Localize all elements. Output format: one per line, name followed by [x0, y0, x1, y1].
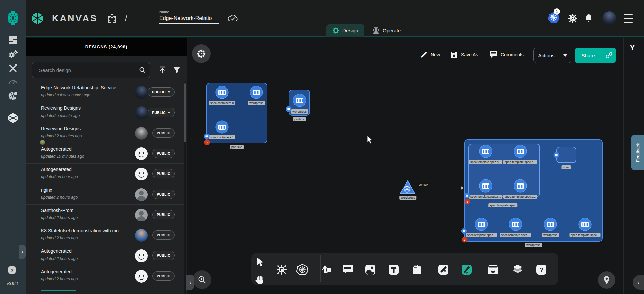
design-list-item[interactable]: Autogeneratedupdated 10 minutes agoPUBLI…: [26, 143, 184, 164]
tab-design[interactable]: Design: [326, 24, 364, 37]
error-count-badge[interactable]: 3: [462, 237, 468, 243]
text-tool-icon[interactable]: [385, 261, 402, 278]
node-spec[interactable]: [556, 147, 576, 163]
sidebar-item-dashboard[interactable]: [0, 33, 26, 47]
pod-status-badge[interactable]: [204, 134, 210, 139]
design-list-item[interactable]: Autogeneratedupdated 2 hours agoPUBLIC: [26, 266, 184, 286]
organization-icon[interactable]: [106, 0, 118, 37]
design-list-item[interactable]: Reviewing Designsupdated a minute agoPUB…: [26, 102, 184, 123]
panel-scrollbar[interactable]: [184, 82, 186, 294]
design-list-item[interactable]: nginxupdated 2 hours agoPUBLIC: [26, 184, 184, 205]
comments-button[interactable]: Comments: [490, 51, 524, 58]
new-design-button[interactable]: New: [420, 51, 440, 58]
design-owner-avatar[interactable]: [135, 168, 148, 180]
pan-tool-icon[interactable]: [251, 271, 268, 287]
zoom-in-button[interactable]: [193, 270, 211, 289]
meshery-logo-icon[interactable]: [0, 10, 26, 26]
visibility-badge[interactable]: PUBLIC: [152, 230, 175, 240]
design-search-input[interactable]: [39, 67, 139, 73]
design-owner-avatar[interactable]: [135, 270, 148, 283]
visibility-badge[interactable]: PUBLIC: [152, 169, 175, 178]
freehand-tool-icon[interactable]: [458, 261, 475, 278]
filter-funnel-button[interactable]: [171, 64, 183, 76]
node-service-wordpress[interactable]: [400, 180, 415, 196]
visibility-badge[interactable]: PUBLIC: [152, 251, 175, 260]
drawer-tool-icon[interactable]: [485, 261, 501, 278]
kubernetes-context-button[interactable]: 1: [546, 0, 561, 37]
sidebar-item-lifecycle[interactable]: [0, 48, 26, 61]
visibility-badge[interactable]: PUBLIC: [152, 149, 175, 158]
visibility-badge[interactable]: PUBLIC: [152, 271, 175, 281]
visibility-badge[interactable]: PUBLIC: [148, 108, 175, 117]
expand-sidebar-button[interactable]: ›: [19, 245, 26, 259]
container-node[interactable]: [215, 120, 229, 134]
layers-tool-icon[interactable]: [509, 261, 526, 278]
pen-tool-icon[interactable]: [435, 261, 452, 278]
design-list-item[interactable]: K8 Statefulset demonstration with moupda…: [26, 225, 184, 245]
search-icon[interactable]: [139, 67, 146, 73]
comment-tool-icon[interactable]: [339, 261, 356, 278]
design-name-input[interactable]: [159, 14, 219, 24]
deployment-status-badge[interactable]: [461, 228, 467, 234]
design-list-item[interactable]: Edge-Network-Relationship: Serviceupdate…: [26, 82, 184, 102]
settings-gear-icon[interactable]: [565, 0, 580, 37]
design-list-item[interactable]: Autogeneratedupdated 2 hours agoPUBLIC: [26, 245, 184, 266]
actions-split-button[interactable]: Actions: [533, 48, 571, 63]
sidebar-item-kanvas[interactable]: [0, 111, 26, 125]
container-node[interactable]: [250, 86, 263, 99]
design-list-item[interactable]: Santhosh-Promupdated 2 hours agoPUBLIC: [26, 205, 184, 225]
pin-button[interactable]: [598, 271, 615, 289]
pod-status-badge[interactable]: [464, 193, 470, 199]
feedback-tab[interactable]: Feedback: [631, 135, 644, 170]
pod-status-badge[interactable]: [286, 106, 292, 112]
share-split-button[interactable]: Share: [575, 48, 616, 63]
container-node[interactable]: [479, 179, 492, 193]
help-button[interactable]: ?: [8, 266, 16, 274]
design-owner-avatar[interactable]: [135, 86, 148, 99]
help-tool-icon[interactable]: ?: [533, 261, 550, 278]
container-node[interactable]: [509, 218, 522, 231]
sidebar-item-performance[interactable]: [0, 75, 26, 88]
history-branch-icon[interactable]: Y: [630, 43, 635, 52]
scroll-to-top-button[interactable]: [156, 64, 168, 76]
select-tool-icon[interactable]: [251, 253, 268, 270]
container-node[interactable]: [578, 218, 592, 231]
design-owner-avatar[interactable]: [135, 147, 148, 160]
container-node[interactable]: [479, 145, 492, 158]
design-owner-avatar[interactable]: [135, 229, 148, 242]
user-avatar[interactable]: [600, 0, 619, 37]
design-list-item[interactable]: Autogeneratedupdated an hour agoPUBLIC: [26, 164, 184, 184]
design-owner-avatar[interactable]: [135, 209, 148, 221]
pod-status-badge[interactable]: [554, 152, 559, 158]
service-edge[interactable]: [416, 188, 461, 188]
visibility-badge[interactable]: PUBLIC: [152, 210, 175, 219]
shapes-tool-icon[interactable]: [318, 261, 335, 278]
visibility-badge[interactable]: PUBLIC: [152, 190, 175, 199]
menu-hamburger-icon[interactable]: [620, 0, 636, 37]
design-owner-avatar[interactable]: [135, 249, 148, 262]
container-node[interactable]: [475, 218, 488, 231]
visibility-badge[interactable]: PUBLIC: [152, 128, 175, 138]
image-tool-icon[interactable]: [362, 261, 379, 278]
error-count-badge[interactable]: 2: [204, 140, 210, 145]
sidebar-item-extensions[interactable]: [0, 90, 26, 103]
error-count-badge[interactable]: 3: [465, 199, 470, 205]
container-node[interactable]: [293, 94, 306, 107]
notifications-bell-icon[interactable]: [581, 0, 596, 37]
kubernetes-tool-icon[interactable]: [294, 261, 311, 278]
component-tool-icon[interactable]: [273, 261, 290, 278]
design-list-item[interactable]: Reviewing Designsupdated 2 minutes agoPU…: [26, 123, 184, 143]
design-owner-avatar[interactable]: [135, 127, 148, 140]
design-owner-avatar[interactable]: [135, 106, 148, 119]
container-node[interactable]: [514, 179, 527, 193]
collapse-panel-button[interactable]: ‹: [186, 275, 194, 290]
sidebar-item-configuration[interactable]: [0, 62, 26, 75]
container-node[interactable]: [544, 218, 557, 231]
tab-operate[interactable]: Operate: [366, 24, 407, 37]
save-as-button[interactable]: Save As: [450, 51, 478, 58]
design-owner-avatar[interactable]: [135, 188, 148, 201]
container-node[interactable]: [215, 86, 229, 99]
container-node[interactable]: [514, 145, 527, 158]
canvas-app-button[interactable]: [192, 44, 211, 63]
visibility-badge[interactable]: PUBLIC: [148, 87, 175, 97]
